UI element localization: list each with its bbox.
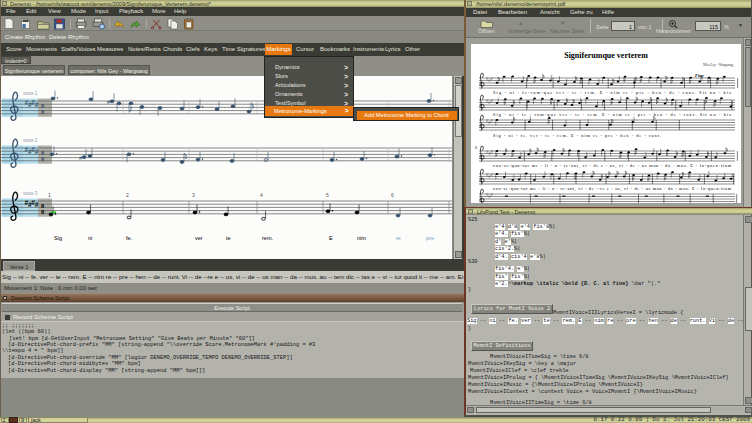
svg-text:1: 1 bbox=[48, 192, 51, 198]
svg-text:Sig - ni - fe - rum-que: Sig - ni - fe - rum-que ver - te - rem. … bbox=[493, 112, 731, 117]
svg-text:2: 2 bbox=[126, 192, 129, 198]
svg-text:3: 3 bbox=[192, 192, 195, 198]
svg-text:5: 5 bbox=[326, 192, 329, 198]
svg-text:voice 3: voice 3 bbox=[23, 191, 38, 196]
svg-text:4: 4 bbox=[260, 192, 263, 198]
svg-text:fe.: fe. bbox=[126, 235, 133, 241]
svg-text:Nils Gey - Wargsang: Nils Gey - Wargsang bbox=[703, 63, 733, 67]
svg-text:te: te bbox=[226, 235, 231, 241]
svg-text:6: 6 bbox=[391, 192, 394, 198]
svg-text:ni: ni bbox=[88, 235, 92, 241]
svg-text:Sig - ni - fe. ver -: Sig - ni - fe. ver - te - rem. E - nim r… bbox=[493, 133, 661, 138]
svg-text:rem.: rem. bbox=[262, 235, 273, 241]
svg-text:6: 6 bbox=[475, 145, 477, 150]
svg-text:voice 2: voice 2 bbox=[23, 138, 38, 143]
svg-text:E: E bbox=[329, 235, 333, 241]
svg-text:pre: pre bbox=[426, 235, 434, 241]
svg-text:#: # bbox=[35, 201, 39, 208]
svg-text:ver: ver bbox=[195, 235, 203, 241]
svg-text:Fine: Fine bbox=[695, 73, 704, 78]
svg-text:voice 1: voice 1 bbox=[23, 91, 38, 96]
svg-text:Sig: Sig bbox=[54, 235, 62, 241]
svg-text:re: re bbox=[396, 235, 401, 241]
svg-text:nim: nim bbox=[357, 235, 366, 241]
svg-text:#: # bbox=[35, 148, 39, 155]
svg-text:#: # bbox=[35, 101, 39, 108]
svg-text:Signiferumque verterem: Signiferumque verterem bbox=[564, 51, 648, 60]
svg-text:Sig - ni - fe-rum-que ver -: Sig - ni - fe-rum-que ver - te - rem. E … bbox=[493, 90, 731, 95]
